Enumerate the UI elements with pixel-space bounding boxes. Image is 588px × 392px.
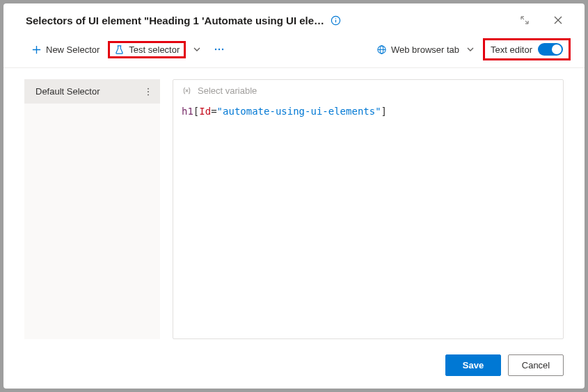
selector-list-item[interactable]: Default Selector [24,79,160,104]
svg-point-16 [148,94,149,95]
selector-code-area[interactable]: h1[Id="automate-using-ui-elements"] [173,101,563,338]
text-editor-toggle-group: Text editor [483,38,571,60]
toolbar: New Selector Test selector [3,34,585,68]
svg-point-8 [215,49,216,50]
svg-point-15 [148,91,149,92]
test-selector-button[interactable]: Test selector [108,41,186,58]
titlebar: Selectors of UI element "Heading 1 'Auto… [3,3,585,34]
variable-picker[interactable]: Select variable [173,80,563,101]
save-button[interactable]: Save [445,354,501,376]
selector-list: Default Selector [24,79,160,339]
cancel-button[interactable]: Cancel [508,354,564,376]
selector-editor: Select variable h1[Id="automate-using-ui… [173,79,564,339]
footer: Save Cancel [3,346,585,389]
selector-builder-window: Selectors of UI element "Heading 1 'Auto… [3,3,585,389]
body: Default Selector Select variable [3,68,585,346]
chevron-down-icon [463,45,475,54]
new-selector-button[interactable]: New Selector [26,41,105,58]
code-close-bracket: ] [381,106,387,117]
web-browser-tab-label: Web browser tab [391,44,459,55]
text-editor-label: Text editor [491,44,532,55]
text-editor-toggle[interactable] [538,43,563,56]
flask-icon [114,44,125,55]
new-selector-label: New Selector [46,44,100,55]
svg-point-14 [148,88,149,89]
variable-icon [182,85,192,96]
code-value: "automate-using-ui-elements" [217,106,381,117]
code-tag: h1 [182,106,193,117]
selector-item-label: Default Selector [35,86,100,97]
test-selector-label: Test selector [129,44,180,55]
plus-icon [31,44,42,55]
selector-item-menu-icon[interactable] [143,87,153,97]
more-options-button[interactable] [208,41,230,58]
expand-icon[interactable] [511,10,539,30]
test-selector-dropdown[interactable] [189,42,205,56]
globe-icon [376,44,387,55]
variable-placeholder: Select variable [198,85,257,96]
close-icon[interactable] [544,10,572,30]
web-browser-tab-dropdown[interactable]: Web browser tab [371,41,480,58]
svg-point-10 [222,49,223,50]
code-attr: Id [199,106,211,117]
svg-point-9 [218,49,220,50]
code-eq: = [211,106,216,117]
info-icon[interactable] [331,15,341,26]
window-title: Selectors of UI element "Heading 1 'Auto… [26,15,325,26]
svg-point-2 [335,17,336,18]
